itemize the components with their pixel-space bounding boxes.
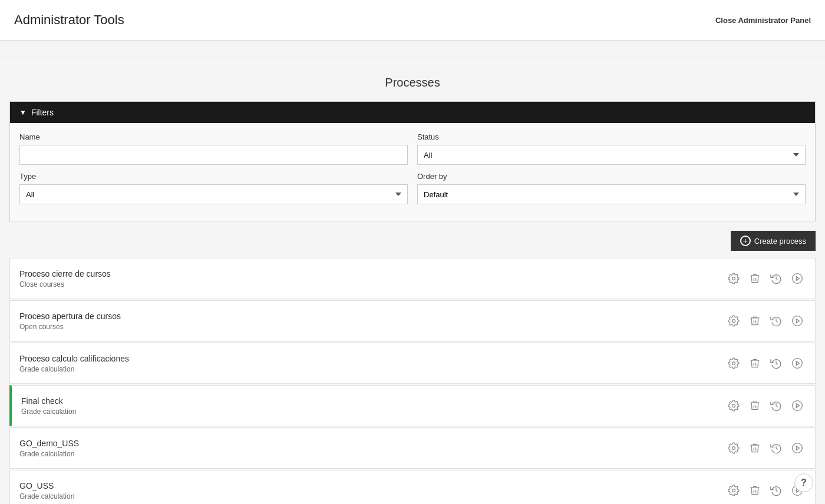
play-icon [791, 315, 803, 327]
process-actions [725, 482, 806, 499]
delete-button[interactable] [747, 482, 763, 499]
filters-chevron-icon: ▼ [19, 108, 27, 117]
process-actions [725, 355, 806, 372]
filter-type-group: Type All [19, 172, 408, 204]
filter-type-label: Type [19, 172, 408, 181]
filter-name-input[interactable] [19, 145, 408, 165]
process-info: Proceso apertura de cursos Open courses [19, 311, 121, 331]
trash-icon [749, 315, 761, 327]
settings-button[interactable] [725, 440, 742, 456]
settings-icon [728, 357, 740, 369]
filter-name-group: Name [19, 132, 408, 165]
svg-marker-14 [796, 446, 799, 450]
process-name: GO_USS [19, 481, 74, 490]
process-info: GO_USS Grade calculation [19, 481, 74, 500]
filters-row-1: Name Status All [19, 132, 806, 165]
history-button[interactable] [768, 270, 784, 287]
process-actions [725, 270, 806, 287]
page-header: Administrator Tools Close Administrator … [0, 0, 825, 41]
settings-button[interactable] [725, 270, 742, 287]
toolbar: + Create process [9, 231, 816, 251]
process-subtitle: Close courses [19, 280, 111, 289]
settings-icon [728, 273, 740, 284]
filters-body: Name Status All Type All [10, 123, 815, 221]
process-name: Proceso calculo calificaciones [19, 354, 129, 363]
process-item: Proceso cierre de cursos Close courses [9, 258, 816, 299]
process-info: Proceso calculo calificaciones Grade cal… [19, 354, 129, 373]
run-button[interactable] [789, 440, 806, 456]
process-name: Final check [21, 396, 76, 406]
sub-header [0, 41, 825, 58]
process-list: Proceso cierre de cursos Close courses [9, 258, 816, 504]
history-button[interactable] [768, 482, 784, 499]
play-icon [791, 400, 803, 412]
run-button[interactable] [789, 355, 806, 372]
run-button[interactable] [789, 313, 806, 329]
svg-point-9 [732, 404, 735, 407]
svg-marker-8 [796, 362, 799, 366]
settings-icon [728, 485, 740, 496]
delete-button[interactable] [747, 270, 763, 287]
history-button[interactable] [768, 440, 784, 456]
filters-row-2: Type All Order by Default [19, 172, 806, 204]
history-button[interactable] [768, 397, 784, 414]
filter-type-select[interactable]: All [19, 184, 408, 204]
filter-status-select[interactable]: All [417, 145, 806, 165]
history-button[interactable] [768, 355, 784, 372]
svg-point-3 [732, 320, 735, 323]
filters-label: Filters [31, 108, 54, 117]
history-icon [770, 273, 782, 284]
process-actions [725, 440, 806, 456]
history-button[interactable] [768, 313, 784, 329]
create-process-button[interactable]: + Create process [731, 231, 816, 251]
svg-point-13 [793, 443, 803, 453]
svg-point-7 [793, 359, 803, 369]
history-icon [770, 357, 782, 369]
filter-orderby-group: Order by Default [417, 172, 806, 204]
play-icon [791, 273, 803, 284]
delete-button[interactable] [747, 313, 763, 329]
run-button[interactable] [789, 397, 806, 414]
history-icon [770, 485, 782, 496]
filter-name-label: Name [19, 132, 408, 141]
process-subtitle: Grade calculation [19, 365, 129, 373]
process-info: GO_demo_USS Grade calculation [19, 439, 79, 458]
settings-button[interactable] [725, 355, 742, 372]
history-icon [770, 315, 782, 327]
settings-button[interactable] [725, 313, 742, 329]
help-icon[interactable]: ? [794, 473, 813, 492]
create-process-label: Create process [754, 237, 806, 246]
process-subtitle: Grade calculation [19, 492, 74, 500]
process-subtitle: Grade calculation [19, 450, 79, 458]
trash-icon [749, 400, 761, 412]
close-admin-panel-link[interactable]: Close Administrator Panel [715, 16, 811, 25]
filter-orderby-select[interactable]: Default [417, 184, 806, 204]
run-button[interactable] [789, 270, 806, 287]
processes-title: Processes [9, 76, 816, 89]
delete-button[interactable] [747, 397, 763, 414]
filters-header[interactable]: ▼ Filters [10, 102, 815, 123]
process-subtitle: Open courses [19, 323, 121, 331]
svg-marker-5 [796, 319, 799, 323]
settings-button[interactable] [725, 397, 742, 414]
delete-button[interactable] [747, 440, 763, 456]
svg-point-10 [793, 401, 803, 411]
main-content: Processes ▼ Filters Name Status All [0, 58, 825, 504]
page-title: Administrator Tools [14, 12, 124, 28]
process-actions [725, 397, 806, 414]
trash-icon [749, 442, 761, 454]
delete-button[interactable] [747, 355, 763, 372]
trash-icon [749, 357, 761, 369]
settings-button[interactable] [725, 482, 742, 499]
svg-point-4 [793, 316, 803, 326]
process-subtitle: Grade calculation [21, 407, 76, 416]
svg-point-15 [732, 489, 735, 492]
settings-icon [728, 442, 740, 454]
svg-point-6 [732, 362, 735, 365]
filter-orderby-label: Order by [417, 172, 806, 181]
process-item: Proceso apertura de cursos Open courses [9, 300, 816, 341]
process-name: Proceso cierre de cursos [19, 269, 111, 278]
svg-marker-11 [796, 404, 799, 408]
process-actions [725, 313, 806, 329]
trash-icon [749, 485, 761, 496]
